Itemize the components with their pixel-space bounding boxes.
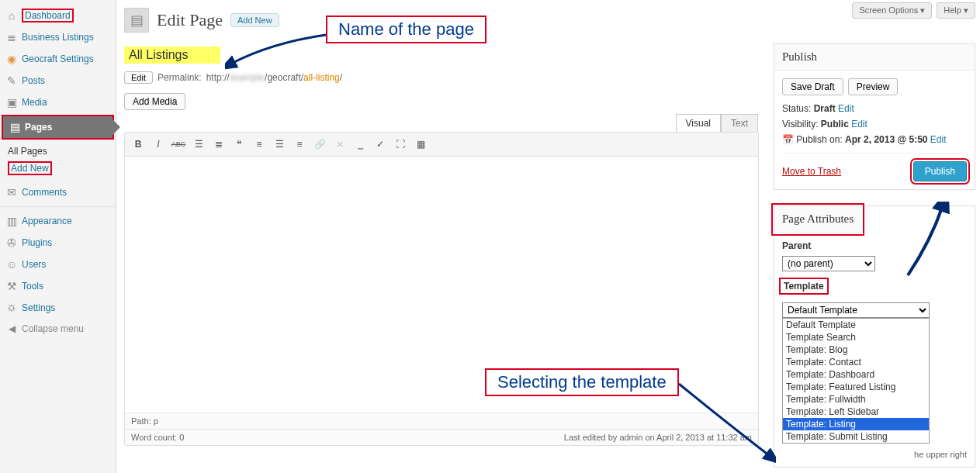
- editor-footer: Word count: 0 Last edited by admin on Ap…: [125, 429, 758, 445]
- kitchen-sink-icon[interactable]: ▦: [412, 136, 429, 153]
- tab-visual[interactable]: Visual: [676, 114, 721, 132]
- sidebar-item-plugins[interactable]: ✇ Plugins: [0, 232, 116, 254]
- status-value: Draft: [814, 103, 836, 114]
- italic-icon[interactable]: I: [150, 136, 167, 153]
- admin-sidebar: ⌂ Dashboard ≣ Business Listings ◉ Geocra…: [0, 0, 116, 473]
- collapse-label: Collapse menu: [22, 323, 84, 334]
- visibility-value: Public: [821, 119, 849, 129]
- permalink-label: Permalink:: [158, 72, 202, 83]
- sidebar-label: Business Listings: [22, 32, 94, 43]
- editor: Visual Text B I ABC ☰ ≣ ❝ ≡ ☰ ≡ 🔗 ⤫ ⎯ ✓ …: [124, 132, 759, 446]
- permalink-mid: /geocraft/: [265, 72, 303, 83]
- sidebar-item-users[interactable]: ☺ Users: [0, 254, 116, 275]
- sidebar-submenu-pages: All Pages Add New: [0, 140, 116, 181]
- editor-toolbar: B I ABC ☰ ≣ ❝ ≡ ☰ ≡ 🔗 ⤫ ⎯ ✓ ⛶ ▦: [125, 133, 758, 157]
- annotation-name-of-page: Name of the page: [326, 16, 487, 43]
- quote-icon[interactable]: ❝: [230, 136, 248, 153]
- schedule-value: Apr 2, 2013 @ 5:50: [845, 134, 927, 145]
- tab-text[interactable]: Text: [721, 114, 758, 132]
- sidebar-item-business-listings[interactable]: ≣ Business Listings: [0, 26, 116, 48]
- strike-icon[interactable]: ABC: [170, 136, 187, 153]
- template-option[interactable]: Template: Featured Listing: [783, 381, 929, 393]
- template-option[interactable]: Template: Blog: [783, 344, 929, 356]
- permalink-edit-button[interactable]: Edit: [124, 71, 153, 84]
- template-option[interactable]: Template: Submit Listing: [783, 430, 929, 443]
- spellcheck-icon[interactable]: ✓: [372, 136, 389, 153]
- submenu-add-new-link[interactable]: Add New: [8, 161, 52, 175]
- title-input[interactable]: All Listings: [124, 47, 220, 64]
- collapse-menu[interactable]: ◀ Collapse menu: [0, 319, 116, 339]
- sidebar-label: Comments: [22, 187, 67, 198]
- parent-select[interactable]: (no parent): [782, 256, 875, 271]
- submenu-all-pages[interactable]: All Pages: [8, 143, 116, 160]
- permalink-row: Edit Permalink: http://example/geocraft/…: [124, 71, 759, 84]
- page-icon: ▤: [124, 8, 149, 33]
- template-option[interactable]: Template: Left Sidebar: [783, 406, 929, 418]
- align-right-icon[interactable]: ≡: [291, 136, 308, 153]
- help-button[interactable]: Help ▾: [937, 2, 975, 19]
- permalink-slug: all-listing: [303, 72, 340, 83]
- permalink-domain-blurred: example: [230, 72, 265, 83]
- link-icon[interactable]: 🔗: [311, 136, 328, 153]
- pages-icon: ▤: [8, 120, 22, 134]
- fullscreen-icon[interactable]: ⛶: [392, 136, 409, 153]
- page-attributes-metabox: Page Attributes Parent (no parent) Templ…: [774, 205, 975, 468]
- sidebar-label: Geocraft Settings: [22, 54, 94, 64]
- sidebar-item-comments[interactable]: ✉ Comments: [0, 181, 116, 203]
- template-option[interactable]: Template: Fullwidth: [783, 393, 929, 406]
- appearance-icon: ▥: [5, 214, 19, 228]
- add-media-button[interactable]: Add Media: [124, 93, 185, 110]
- bold-icon[interactable]: B: [130, 136, 147, 153]
- path-label: Path:: [131, 416, 151, 426]
- add-new-button[interactable]: Add New: [230, 13, 279, 27]
- home-icon: ⌂: [5, 9, 19, 22]
- template-select[interactable]: Default Template: [782, 302, 930, 318]
- media-icon: ▣: [5, 95, 19, 109]
- sidebar-item-pages[interactable]: ▤ Pages: [3, 116, 113, 138]
- publish-button[interactable]: Publish: [913, 161, 967, 181]
- sidebar-item-media[interactable]: ▣ Media: [0, 91, 116, 113]
- page-attributes-heading: Page Attributes: [774, 206, 861, 233]
- parent-label: Parent: [782, 240, 967, 251]
- more-icon[interactable]: ⎯: [351, 136, 369, 153]
- schedule-edit-link[interactable]: Edit: [930, 134, 947, 145]
- template-option[interactable]: Template: Contact: [783, 356, 929, 368]
- publish-heading: Publish: [774, 44, 975, 71]
- visibility-label: Visibility:: [782, 119, 818, 129]
- last-edited: Last edited by admin on April 2, 2013 at…: [564, 433, 752, 442]
- publish-metabox: Publish Save Draft Preview Status: Draft…: [774, 43, 975, 190]
- sidebar-item-dashboard[interactable]: ⌂ Dashboard: [0, 5, 116, 26]
- align-center-icon[interactable]: ☰: [271, 136, 288, 153]
- template-option[interactable]: Default Template: [783, 319, 929, 331]
- screen-options-button[interactable]: Screen Options ▾: [852, 2, 932, 19]
- sidebar-item-appearance[interactable]: ▥ Appearance: [0, 210, 116, 232]
- template-option[interactable]: Template: Listing: [783, 418, 929, 430]
- sidebar-item-settings[interactable]: ⛭ Settings: [0, 297, 116, 319]
- unlink-icon[interactable]: ⤫: [331, 136, 348, 153]
- preview-button[interactable]: Preview: [848, 78, 899, 95]
- ol-icon[interactable]: ≣: [210, 136, 227, 153]
- pin-icon: ✎: [5, 74, 19, 88]
- word-count-label: Word count:: [131, 433, 177, 442]
- sidebar-item-tools[interactable]: ⚒ Tools: [0, 275, 116, 297]
- status-edit-link[interactable]: Edit: [838, 103, 854, 114]
- sidebar-item-geocraft-settings[interactable]: ◉ Geocraft Settings: [0, 48, 116, 70]
- template-label: Template: [782, 281, 826, 292]
- ul-icon[interactable]: ☰: [190, 136, 207, 153]
- topbar: Screen Options ▾ Help ▾: [852, 2, 975, 19]
- align-left-icon[interactable]: ≡: [251, 136, 268, 153]
- sidebar-label: Media: [22, 97, 47, 108]
- move-to-trash-link[interactable]: Move to Trash: [782, 166, 841, 177]
- sidebar-item-posts[interactable]: ✎ Posts: [0, 70, 116, 91]
- collapse-icon: ◀: [5, 323, 19, 334]
- save-draft-button[interactable]: Save Draft: [782, 78, 843, 95]
- sidebar-label: Posts: [22, 75, 45, 86]
- submenu-add-new[interactable]: Add New: [8, 160, 116, 177]
- attributes-hint: he upper right: [782, 450, 967, 459]
- template-option[interactable]: Template: Dashboard: [783, 368, 929, 381]
- visibility-edit-link[interactable]: Edit: [851, 119, 867, 129]
- sidebar-label: Tools: [22, 281, 43, 292]
- comment-icon: ✉: [5, 185, 19, 199]
- template-option[interactable]: Template Search: [783, 331, 929, 344]
- right-column: Publish Save Draft Preview Status: Draft…: [774, 43, 975, 473]
